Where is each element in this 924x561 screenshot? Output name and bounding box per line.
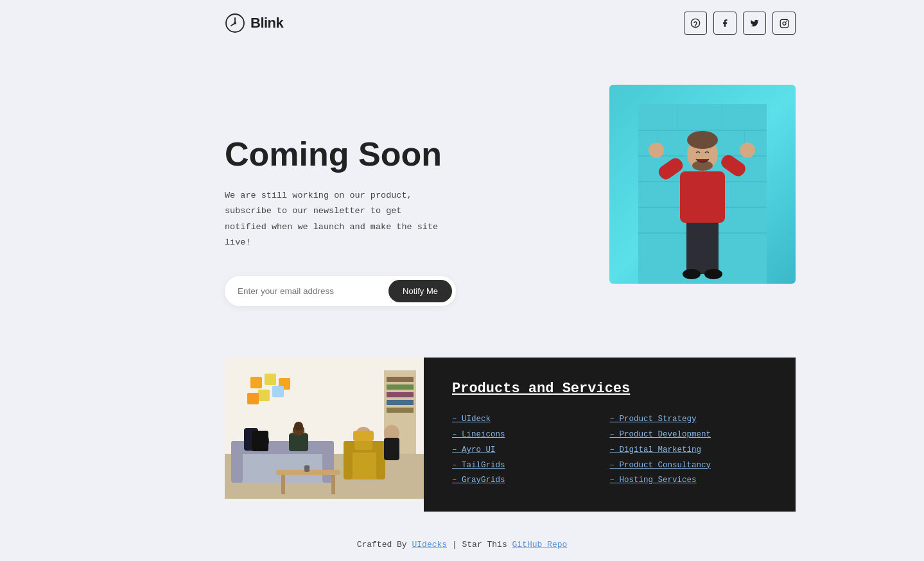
svg-rect-37 bbox=[387, 408, 414, 413]
svg-rect-42 bbox=[272, 386, 284, 397]
svg-rect-66 bbox=[384, 438, 399, 460]
hero-left: Coming Soon We are still working on our … bbox=[225, 85, 571, 306]
svg-rect-43 bbox=[247, 393, 259, 404]
product-link-right[interactable]: – Product Development bbox=[610, 427, 768, 443]
svg-rect-54 bbox=[331, 475, 335, 494]
products-title: Products and Services bbox=[452, 381, 767, 397]
product-link-left[interactable]: – Lineicons bbox=[452, 427, 610, 443]
svg-rect-41 bbox=[258, 390, 270, 401]
right-links: – Product Strategy– Product Development–… bbox=[610, 412, 768, 488]
twitter-button[interactable] bbox=[743, 12, 766, 35]
hero-section: Coming Soon We are still working on our … bbox=[0, 46, 924, 345]
products-wrapper: Products and Services – UIdeck– Lineicon… bbox=[225, 358, 796, 512]
svg-point-23 bbox=[740, 142, 755, 158]
product-link-left[interactable]: – TailGrids bbox=[452, 458, 610, 474]
products-panel: Products and Services – UIdeck– Lineicon… bbox=[424, 358, 796, 512]
svg-rect-19 bbox=[680, 171, 725, 223]
svg-rect-33 bbox=[387, 377, 414, 382]
svg-rect-39 bbox=[265, 374, 276, 385]
product-link-left[interactable]: – GrayGrids bbox=[452, 473, 610, 488]
hero-image bbox=[609, 85, 796, 284]
svg-point-61 bbox=[294, 422, 303, 431]
svg-rect-46 bbox=[231, 441, 243, 483]
email-form: Notify Me bbox=[225, 276, 456, 306]
svg-rect-13 bbox=[677, 104, 677, 130]
svg-point-28 bbox=[704, 269, 722, 279]
product-link-left[interactable]: – Ayro UI bbox=[452, 443, 610, 458]
github-link[interactable]: GitHub Repo bbox=[512, 540, 568, 549]
footer: Crafted By UIdecks | Star This GitHub Re… bbox=[0, 524, 924, 556]
product-link-right[interactable]: – Hosting Services bbox=[610, 473, 768, 488]
svg-rect-18 bbox=[686, 216, 719, 274]
svg-rect-4 bbox=[780, 19, 789, 28]
header: Blink bbox=[0, 0, 924, 46]
svg-point-25 bbox=[687, 131, 718, 149]
svg-rect-59 bbox=[289, 433, 308, 451]
uideck-link[interactable]: UIdecks bbox=[412, 540, 447, 549]
product-link-right[interactable]: – Product Consultancy bbox=[610, 458, 768, 474]
hero-title: Coming Soon bbox=[225, 136, 571, 173]
product-link-right[interactable]: – Product Strategy bbox=[610, 412, 768, 427]
svg-point-1 bbox=[234, 22, 236, 24]
product-link-right[interactable]: – Digital Marketing bbox=[610, 443, 768, 458]
svg-rect-67 bbox=[304, 465, 309, 472]
logo-icon bbox=[225, 13, 245, 33]
office-scene bbox=[225, 358, 424, 499]
email-input[interactable] bbox=[238, 286, 388, 296]
logo-text: Blink bbox=[250, 15, 283, 31]
svg-rect-51 bbox=[376, 441, 385, 479]
svg-rect-14 bbox=[722, 104, 722, 130]
svg-rect-57 bbox=[252, 431, 268, 451]
office-image bbox=[225, 358, 424, 499]
facebook-button[interactable] bbox=[713, 12, 737, 35]
footer-separator: | Star This bbox=[447, 540, 512, 549]
svg-rect-53 bbox=[281, 475, 285, 494]
person-silhouette bbox=[638, 104, 767, 284]
svg-rect-38 bbox=[250, 377, 262, 388]
svg-rect-36 bbox=[387, 400, 414, 405]
svg-point-27 bbox=[683, 269, 701, 279]
svg-point-5 bbox=[783, 22, 786, 25]
svg-rect-35 bbox=[387, 392, 414, 397]
social-icons bbox=[684, 12, 796, 35]
product-link-left[interactable]: – UIdeck bbox=[452, 412, 610, 427]
svg-point-6 bbox=[786, 21, 787, 21]
logo: Blink bbox=[225, 13, 283, 33]
instagram-button[interactable] bbox=[772, 12, 796, 35]
products-grid: – UIdeck– Lineicons– Ayro UI– TailGrids–… bbox=[452, 412, 767, 488]
left-links: – UIdeck– Lineicons– Ayro UI– TailGrids–… bbox=[452, 412, 610, 488]
svg-point-22 bbox=[649, 142, 664, 158]
hero-description: We are still working on our product, sub… bbox=[225, 188, 443, 250]
svg-rect-34 bbox=[387, 384, 414, 390]
footer-crafted-text: Crafted By bbox=[357, 540, 412, 549]
svg-rect-50 bbox=[344, 441, 353, 479]
notify-button[interactable]: Notify Me bbox=[388, 280, 452, 302]
svg-rect-64 bbox=[353, 431, 374, 441]
pinterest-button[interactable] bbox=[684, 12, 707, 35]
hero-image-wrap bbox=[609, 85, 796, 284]
